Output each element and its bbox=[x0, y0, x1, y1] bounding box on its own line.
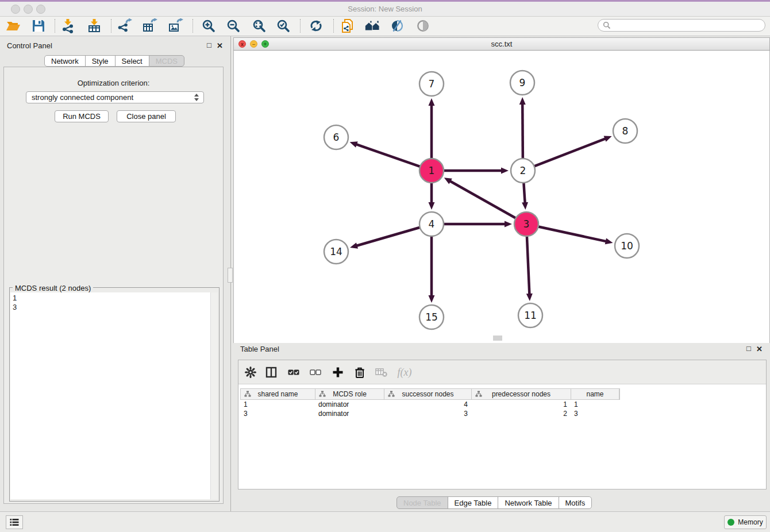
arrowhead-4-15 bbox=[429, 295, 435, 303]
table-cell[interactable]: 2 bbox=[471, 410, 571, 418]
export-image-icon[interactable] bbox=[168, 18, 184, 34]
first-neighbors-icon[interactable] bbox=[364, 18, 380, 34]
node-label-3: 3 bbox=[523, 218, 530, 230]
edge-2-3[interactable] bbox=[523, 182, 525, 203]
control-panel-tabs: NetworkStyleSelectMCDS bbox=[44, 55, 184, 67]
toolbar-separator bbox=[300, 19, 301, 33]
table-cell[interactable]: 1 bbox=[240, 400, 315, 408]
tab-style[interactable]: Style bbox=[85, 55, 116, 67]
close-panel-icon[interactable]: ✕ bbox=[217, 41, 223, 50]
tab-select[interactable]: Select bbox=[115, 55, 149, 67]
result-scrollbar[interactable] bbox=[210, 292, 218, 499]
window-title: Session: New Session bbox=[0, 5, 770, 13]
edge-3-10[interactable] bbox=[537, 226, 606, 241]
zoom-in-icon[interactable] bbox=[201, 18, 217, 34]
edge-3-11[interactable] bbox=[527, 235, 530, 294]
tab-mcds[interactable]: MCDS bbox=[149, 55, 184, 67]
zoom-out-icon[interactable] bbox=[225, 18, 241, 34]
node-label-15: 15 bbox=[425, 311, 438, 323]
import-network-icon[interactable] bbox=[60, 18, 76, 34]
float-table-panel-icon[interactable]: □ bbox=[746, 344, 751, 353]
column-header-name[interactable]: name bbox=[571, 389, 619, 399]
table-cell[interactable]: dominator bbox=[315, 410, 384, 418]
mcds-result-textarea[interactable]: 1 3 bbox=[10, 292, 210, 499]
refresh-view-icon[interactable] bbox=[308, 18, 324, 34]
export-table-icon[interactable] bbox=[142, 18, 158, 34]
tab-motifs[interactable]: Motifs bbox=[559, 496, 592, 509]
delete-row-icon[interactable] bbox=[352, 364, 368, 380]
toolbar-separator bbox=[55, 19, 55, 33]
edge-3-1[interactable] bbox=[450, 181, 517, 219]
run-mcds-button[interactable]: Run MCDS bbox=[55, 110, 109, 122]
float-panel-icon[interactable]: □ bbox=[207, 41, 211, 49]
edge-1-6[interactable] bbox=[356, 144, 421, 167]
table-cell[interactable]: dominator bbox=[315, 400, 384, 408]
save-session-icon[interactable] bbox=[30, 18, 47, 34]
export-network-icon[interactable] bbox=[117, 18, 133, 34]
arrowhead-1-6 bbox=[350, 141, 358, 147]
edge-2-8[interactable] bbox=[533, 138, 606, 167]
table-options-icon[interactable] bbox=[242, 364, 259, 380]
column-header-successor-nodes[interactable]: successor nodes bbox=[384, 389, 472, 399]
network-window-title: scc.txt bbox=[233, 40, 770, 48]
tab-network-table[interactable]: Network Table bbox=[498, 496, 559, 509]
unselect-all-icon[interactable] bbox=[307, 364, 324, 380]
tab-edge-table[interactable]: Edge Table bbox=[448, 496, 499, 509]
close-panel-button[interactable]: Close panel bbox=[117, 110, 176, 122]
node-label-8: 8 bbox=[622, 125, 629, 137]
splitter-handle[interactable] bbox=[228, 268, 233, 283]
zoom-selected-icon[interactable] bbox=[275, 18, 291, 34]
arrowhead-1-2 bbox=[501, 168, 509, 174]
tab-network[interactable]: Network bbox=[44, 55, 86, 67]
node-label-11: 11 bbox=[524, 310, 537, 321]
select-all-icon[interactable] bbox=[286, 364, 302, 380]
search-input[interactable] bbox=[611, 21, 757, 30]
table-cell[interactable]: 1 bbox=[471, 400, 571, 408]
arrowhead-2-8 bbox=[604, 136, 612, 142]
table-panel-title: Table Panel bbox=[240, 345, 279, 353]
open-file-icon[interactable] bbox=[5, 18, 21, 34]
table-body: 1dominator4113dominator323 bbox=[240, 400, 619, 418]
search-icon bbox=[603, 21, 611, 29]
function-builder-icon[interactable]: f(x) bbox=[394, 364, 415, 380]
edge-2-9[interactable] bbox=[522, 104, 523, 160]
network-canvas[interactable]: 7968124314101511 bbox=[233, 51, 770, 343]
duplicate-network-icon[interactable] bbox=[340, 18, 356, 34]
memory-label: Memory bbox=[738, 518, 763, 526]
bird-eye-view-icon[interactable] bbox=[415, 18, 431, 34]
column-header-mcds-role[interactable]: MCDS role bbox=[315, 389, 384, 399]
close-table-panel-icon[interactable]: ✕ bbox=[756, 345, 763, 353]
table-row[interactable]: 1dominator411 bbox=[240, 400, 619, 409]
fit-content-icon[interactable] bbox=[251, 18, 267, 34]
add-row-icon[interactable] bbox=[330, 364, 346, 380]
optimization-criterion-label: Optimization criterion: bbox=[0, 79, 227, 87]
column-type-icon bbox=[388, 391, 395, 398]
table-cell[interactable]: 1 bbox=[571, 400, 619, 408]
memory-button[interactable]: Memory bbox=[724, 515, 767, 529]
table-row[interactable]: 3dominator323 bbox=[240, 409, 619, 418]
node-label-2: 2 bbox=[520, 165, 526, 176]
delete-table-icon[interactable] bbox=[374, 364, 390, 380]
node-label-7: 7 bbox=[429, 78, 435, 90]
arrowhead-4-14 bbox=[350, 242, 358, 249]
table-cell[interactable]: 4 bbox=[384, 400, 471, 408]
edge-4-14[interactable] bbox=[357, 227, 421, 245]
control-panel-title: Control Panel bbox=[7, 41, 52, 50]
table-cell[interactable]: 3 bbox=[240, 410, 315, 418]
node-label-1: 1 bbox=[429, 165, 435, 176]
table-panel-tabs: Node TableEdge TableNetwork TableMotifs bbox=[396, 496, 591, 509]
table-cell[interactable]: 3 bbox=[384, 410, 471, 418]
import-table-icon[interactable] bbox=[86, 18, 102, 34]
task-history-button[interactable] bbox=[6, 515, 23, 529]
column-header-shared-name[interactable]: shared name bbox=[241, 389, 315, 399]
show-hide-details-icon[interactable] bbox=[390, 18, 406, 34]
tab-node-table[interactable]: Node Table bbox=[396, 496, 448, 509]
criterion-select[interactable]: strongly connected component bbox=[26, 91, 204, 103]
show-columns-icon[interactable] bbox=[263, 364, 279, 380]
canvas-scrollbar-thumb[interactable] bbox=[493, 336, 502, 341]
column-header-predecessor-nodes[interactable]: predecessor nodes bbox=[472, 389, 571, 399]
arrowhead-2-3 bbox=[522, 202, 528, 210]
arrowhead-3-10 bbox=[605, 238, 613, 245]
node-label-9: 9 bbox=[519, 77, 526, 88]
table-cell[interactable]: 3 bbox=[571, 410, 619, 418]
